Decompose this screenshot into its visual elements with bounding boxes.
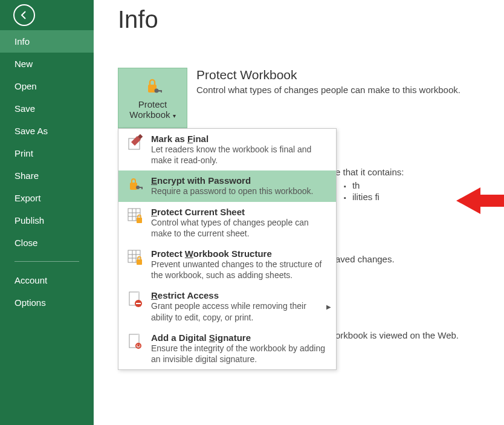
annotation-arrow-icon xyxy=(456,183,504,219)
submenu-arrow-icon: ▶ xyxy=(326,303,331,310)
menu-item-mark-as-final[interactable]: Mark as Final Let readers know the workb… xyxy=(118,129,336,170)
menu-item-desc: Prevent unwanted changes to the structur… xyxy=(151,259,329,281)
page-title: Info xyxy=(118,6,480,33)
backstage-sidebar: Info New Open Save Save As Print Share E… xyxy=(0,0,94,425)
section-browser: orkbook is viewed on the Web. xyxy=(335,330,459,340)
menu-item-title: Add a Digital Signature xyxy=(151,333,329,343)
menu-item-title: Encrypt with Password xyxy=(151,175,329,186)
menu-item-desc: Control what types of changes people can… xyxy=(151,217,329,239)
protect-workbook-button[interactable]: Protect Workbook ▾ xyxy=(118,68,187,128)
menu-item-protect-sheet[interactable]: Protect Current Sheet Control what types… xyxy=(118,202,336,244)
menu-item-encrypt-password[interactable]: Encrypt with Password Require a password… xyxy=(118,170,336,201)
menu-item-desc: Let readers know the workbook is final a… xyxy=(151,144,329,166)
main-panel: Info Protect Workbook ▾ Protect Workbook… xyxy=(94,0,504,425)
inspect-item: th xyxy=(344,180,404,191)
signature-icon xyxy=(126,333,145,352)
section-title: Protect Workbook xyxy=(196,68,460,82)
inspect-intro: e that it contains: xyxy=(335,167,404,177)
menu-item-title: Mark as Final xyxy=(151,134,329,144)
svg-rect-22 xyxy=(137,259,142,265)
mark-final-icon xyxy=(126,134,145,153)
browser-desc: orkbook is viewed on the Web. xyxy=(335,330,459,340)
menu-item-desc: Grant people access while removing their… xyxy=(151,300,329,322)
svg-rect-7 xyxy=(130,183,137,190)
menu-item-protect-structure[interactable]: Protect Workbook Structure Prevent unwan… xyxy=(118,244,336,285)
protect-button-label: Protect Workbook ▾ xyxy=(129,99,175,120)
workbook-lock-icon xyxy=(126,248,145,268)
inspect-item: ilities fi xyxy=(344,191,404,203)
sidebar-item-save-as[interactable]: Save As xyxy=(0,120,94,142)
protect-workbook-dropdown: Mark as Final Let readers know the workb… xyxy=(118,128,337,370)
section-protect-workbook: Protect Workbook Control what types of c… xyxy=(196,68,460,95)
svg-rect-16 xyxy=(137,218,142,223)
sidebar-item-options[interactable]: Options xyxy=(0,291,94,314)
sidebar-item-new[interactable]: New xyxy=(0,53,94,75)
section-manage: aved changes. xyxy=(335,250,395,264)
svg-rect-25 xyxy=(136,303,141,304)
sidebar-item-account[interactable]: Account xyxy=(0,269,94,291)
restrict-access-icon xyxy=(126,290,145,310)
section-inspect: e that it contains: th ilities fi xyxy=(335,167,404,203)
sheet-lock-icon xyxy=(126,207,145,226)
back-arrow-icon xyxy=(13,4,35,26)
sidebar-item-print[interactable]: Print xyxy=(0,142,94,164)
manage-row: aved changes. xyxy=(335,254,395,264)
sidebar-item-save[interactable]: Save xyxy=(0,97,94,120)
sidebar-item-publish[interactable]: Publish xyxy=(0,209,94,232)
menu-item-title: Protect Workbook Structure xyxy=(151,248,329,259)
back-button[interactable] xyxy=(9,0,39,30)
svg-rect-10 xyxy=(141,187,143,189)
sidebar-item-open[interactable]: Open xyxy=(0,75,94,97)
sidebar-item-share[interactable]: Share xyxy=(0,164,94,187)
menu-item-title: Protect Current Sheet xyxy=(151,207,329,217)
menu-item-title: Restrict Access xyxy=(151,290,329,300)
menu-item-restrict-access[interactable]: Restrict Access Grant people access whil… xyxy=(118,285,336,327)
sidebar-item-close[interactable]: Close xyxy=(0,232,94,254)
svg-rect-3 xyxy=(161,90,162,92)
section-desc: Control what types of changes people can… xyxy=(196,85,460,95)
lock-key-icon xyxy=(143,76,163,97)
sidebar-item-export[interactable]: Export xyxy=(0,187,94,209)
sidebar-item-info[interactable]: Info xyxy=(0,30,94,53)
menu-item-digital-signature[interactable]: Add a Digital Signature Ensure the integ… xyxy=(118,328,336,369)
sidebar-divider xyxy=(15,261,79,262)
svg-marker-4 xyxy=(456,187,504,214)
menu-item-desc: Require a password to open this workbook… xyxy=(151,186,329,196)
lock-key-icon xyxy=(126,175,145,195)
menu-item-desc: Ensure the integrity of the workbook by … xyxy=(151,343,329,365)
